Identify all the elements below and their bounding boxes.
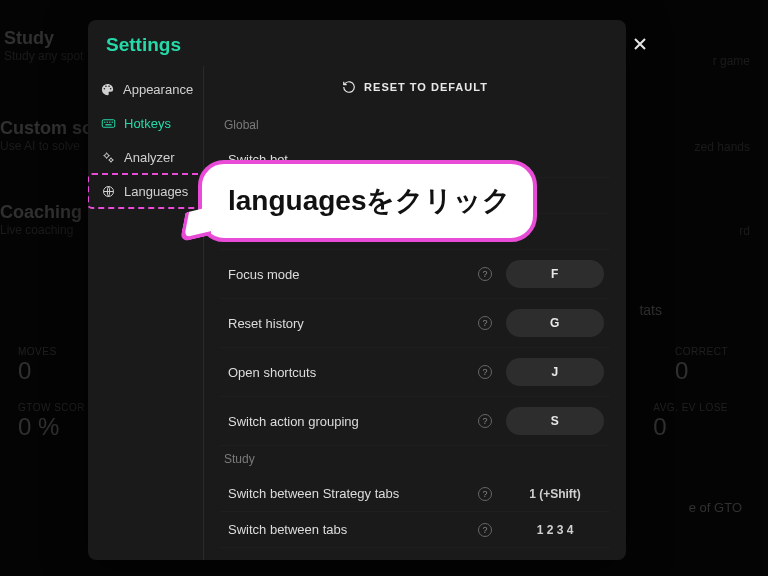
- svg-rect-1: [104, 121, 105, 122]
- hotkey-keytext: 1 2 3 4: [506, 523, 604, 537]
- hotkey-label: Switch bet: [228, 152, 604, 167]
- help-icon[interactable]: ?: [478, 267, 492, 281]
- help-icon[interactable]: ?: [478, 414, 492, 428]
- hotkey-row: Switch h: [220, 178, 610, 214]
- hotkey-label: Reset history: [228, 316, 478, 331]
- hotkey-row: Switch bet: [220, 142, 610, 178]
- hotkey-row: Reset history ? G: [220, 299, 610, 348]
- reset-icon: [342, 80, 356, 94]
- close-icon: [630, 34, 650, 54]
- sidebar-item-label: Analyzer: [124, 150, 175, 165]
- svg-rect-2: [106, 121, 107, 122]
- sidebar-item-label: Hotkeys: [124, 116, 171, 131]
- svg-rect-0: [102, 119, 115, 127]
- sidebar-item-label: Languages: [124, 184, 188, 199]
- hotkey-label: Focus mode: [228, 267, 478, 282]
- hotkey-row: Switch between Strategy tabs ? 1 (+Shift…: [220, 476, 610, 512]
- hotkey-row: Open shortcuts ? J: [220, 348, 610, 397]
- sidebar-item-label: Appearance: [123, 82, 193, 97]
- hotkey-row: Switch between tabs ? 1 2 3 4: [220, 512, 610, 548]
- sidebar-item-appearance[interactable]: Appearance: [88, 72, 203, 106]
- keyboard-icon: [100, 115, 116, 131]
- hotkey-keycap[interactable]: J: [506, 358, 604, 386]
- reset-label: RESET TO DEFAULT: [364, 81, 488, 93]
- hotkey-row: Switch action grouping ? S: [220, 397, 610, 446]
- hotkey-label: Open shortcuts: [228, 365, 478, 380]
- settings-modal: Settings Appearance Hotkeys Analyzer: [88, 20, 626, 560]
- hotkey-label: Switch h: [228, 188, 604, 203]
- sidebar-item-analyzer[interactable]: Analyzer: [88, 140, 203, 174]
- close-button[interactable]: [630, 34, 650, 54]
- palette-icon: [100, 81, 115, 97]
- help-icon[interactable]: ?: [478, 523, 492, 537]
- section-label-global: Global: [220, 112, 610, 142]
- reset-to-default-button[interactable]: RESET TO DEFAULT: [220, 70, 610, 112]
- modal-title: Settings: [106, 34, 181, 56]
- settings-sidebar: Appearance Hotkeys Analyzer Languages: [88, 66, 204, 560]
- svg-point-6: [104, 153, 108, 157]
- hotkey-keycap[interactable]: S: [506, 407, 604, 435]
- svg-rect-5: [105, 124, 111, 125]
- hotkey-label: Switch action grouping: [228, 414, 478, 429]
- help-icon[interactable]: ?: [478, 316, 492, 330]
- hotkey-label: Switch between tabs: [228, 522, 478, 537]
- svg-point-7: [109, 158, 112, 161]
- hotkey-keycap[interactable]: G: [506, 309, 604, 337]
- hotkey-keycap[interactable]: F: [506, 260, 604, 288]
- sidebar-item-hotkeys[interactable]: Hotkeys: [88, 106, 203, 140]
- sidebar-item-languages[interactable]: Languages: [88, 174, 203, 208]
- globe-icon: [100, 183, 116, 199]
- section-label-study: Study: [220, 446, 610, 476]
- hotkey-row: Focus mode ? F: [220, 250, 610, 299]
- svg-rect-3: [109, 121, 110, 122]
- hotkey-row: Drawing m: [220, 214, 610, 250]
- help-icon[interactable]: ?: [478, 365, 492, 379]
- svg-rect-4: [111, 121, 112, 122]
- hotkey-label: Drawing m: [228, 224, 604, 239]
- hotkey-label: Switch between Strategy tabs: [228, 486, 478, 501]
- settings-content[interactable]: RESET TO DEFAULT Global Switch bet Switc…: [204, 66, 626, 560]
- hotkey-keytext: 1 (+Shift): [506, 487, 604, 501]
- help-icon[interactable]: ?: [478, 487, 492, 501]
- gears-icon: [100, 149, 116, 165]
